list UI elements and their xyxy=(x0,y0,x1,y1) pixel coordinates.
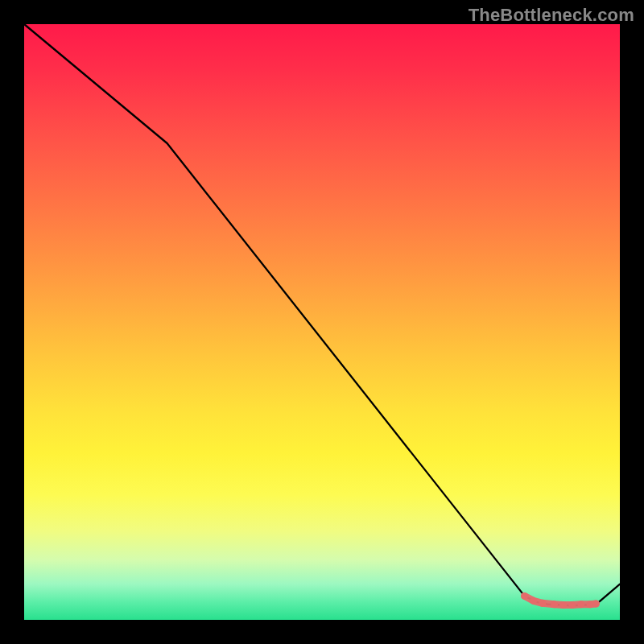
line-layer xyxy=(24,24,620,620)
marker-dot xyxy=(521,592,528,600)
marker-dot xyxy=(577,601,584,608)
marker-dot xyxy=(568,601,576,609)
watermark-text: TheBottleneck.com xyxy=(469,5,634,26)
marker-dot xyxy=(551,601,558,608)
marker-dot xyxy=(559,601,567,609)
chart-frame: TheBottleneck.com xyxy=(0,0,644,644)
marker-dots xyxy=(521,592,600,609)
marker-dot xyxy=(539,600,546,607)
main-curve xyxy=(24,24,620,605)
marker-dot xyxy=(592,601,600,608)
marker-dot xyxy=(530,597,537,605)
plot-area xyxy=(24,24,620,620)
